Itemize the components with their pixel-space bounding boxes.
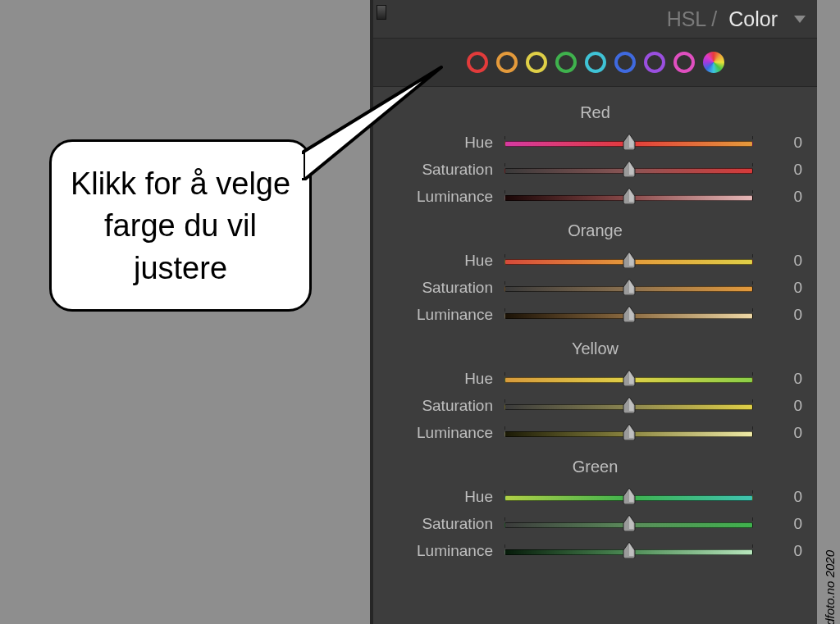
color-swatch-magenta[interactable] — [673, 52, 695, 73]
callout-text: Klikk for å velge farge du vil justere — [71, 166, 290, 285]
color-swatch-row — [373, 39, 817, 87]
slider-value[interactable]: 0 — [765, 134, 802, 152]
slider-label: Hue — [388, 488, 493, 506]
slider-yellow-luminance[interactable] — [504, 426, 753, 440]
panel-header: HSL / Color — [373, 0, 817, 39]
slider-row-red-luminance: Luminance 0 — [388, 183, 802, 210]
slider-row-green-luminance: Luminance 0 — [388, 537, 802, 564]
slider-value[interactable]: 0 — [765, 161, 802, 179]
slider-value[interactable]: 0 — [765, 424, 802, 442]
slider-label: Luminance — [388, 188, 493, 206]
slider-row-yellow-saturation: Saturation 0 — [388, 392, 802, 419]
group-title-red: Red — [388, 103, 802, 122]
slider-value[interactable]: 0 — [765, 252, 802, 270]
slider-orange-hue[interactable] — [504, 253, 753, 268]
slider-value[interactable]: 0 — [765, 515, 802, 533]
slider-row-red-hue: Hue 0 — [388, 129, 802, 156]
group-title-orange: Orange — [388, 221, 802, 240]
color-swatch-red[interactable] — [467, 52, 488, 73]
slider-red-luminance[interactable] — [504, 189, 753, 204]
slider-row-orange-luminance: Luminance 0 — [388, 301, 802, 328]
slider-green-luminance[interactable] — [504, 544, 753, 558]
slider-value[interactable]: 0 — [765, 188, 802, 206]
slider-value[interactable]: 0 — [765, 397, 802, 415]
slider-orange-luminance[interactable] — [504, 307, 753, 322]
callout-bubble: Klikk for å velge farge du vil justere — [49, 139, 312, 312]
slider-label: Luminance — [388, 424, 493, 442]
slider-label: Saturation — [388, 515, 493, 533]
slider-orange-saturation[interactable] — [504, 280, 753, 295]
slider-yellow-hue[interactable] — [504, 371, 753, 386]
slider-label: Luminance — [388, 306, 493, 324]
slider-yellow-saturation[interactable] — [504, 399, 753, 413]
slider-row-green-saturation: Saturation 0 — [388, 510, 802, 537]
color-swatch-green[interactable] — [555, 52, 577, 73]
slider-label: Saturation — [388, 397, 493, 415]
slider-green-saturation[interactable] — [504, 517, 753, 531]
slider-value[interactable]: 0 — [765, 279, 802, 297]
slider-red-saturation[interactable] — [504, 162, 753, 177]
slider-label: Saturation — [388, 161, 493, 179]
slider-green-hue[interactable] — [504, 490, 753, 504]
group-title-green: Green — [388, 458, 802, 476]
panel-title-hsl[interactable]: HSL / — [667, 7, 718, 31]
slider-row-orange-hue: Hue 0 — [388, 247, 802, 274]
panel-grip[interactable] — [377, 5, 386, 20]
slider-row-green-hue: Hue 0 — [388, 483, 802, 510]
panel-disclosure-icon[interactable] — [794, 16, 806, 23]
slider-value[interactable]: 0 — [765, 306, 802, 324]
color-swatch-aqua[interactable] — [585, 52, 606, 73]
panel-title-color[interactable]: Color — [728, 7, 778, 31]
slider-label: Saturation — [388, 279, 493, 297]
slider-red-hue[interactable] — [504, 135, 753, 150]
slider-label: Hue — [388, 370, 493, 388]
color-swatch-yellow[interactable] — [526, 52, 547, 73]
slider-label: Hue — [388, 252, 493, 270]
slider-value[interactable]: 0 — [765, 542, 802, 560]
slider-row-yellow-luminance: Luminance 0 — [388, 419, 802, 446]
slider-value[interactable]: 0 — [765, 488, 802, 506]
slider-label: Hue — [388, 134, 493, 152]
slider-row-yellow-hue: Hue 0 — [388, 365, 802, 392]
color-groups: RedHue 0Saturation 0Luminance 0OrangeHue… — [373, 87, 817, 564]
color-swatch-purple[interactable] — [644, 52, 665, 73]
slider-label: Luminance — [388, 542, 493, 560]
slider-row-red-saturation: Saturation 0 — [388, 156, 802, 183]
color-swatch-orange[interactable] — [496, 52, 518, 73]
copyright-text: © arnoldfoto.no 2020 — [823, 550, 837, 624]
color-swatch-blue[interactable] — [614, 52, 636, 73]
slider-value[interactable]: 0 — [765, 370, 802, 388]
group-title-yellow: Yellow — [388, 339, 802, 358]
slider-row-orange-saturation: Saturation 0 — [388, 274, 802, 301]
color-swatch-all[interactable] — [703, 52, 724, 73]
hsl-color-panel: HSL / Color RedHue 0Saturation 0Luminanc… — [370, 0, 817, 624]
